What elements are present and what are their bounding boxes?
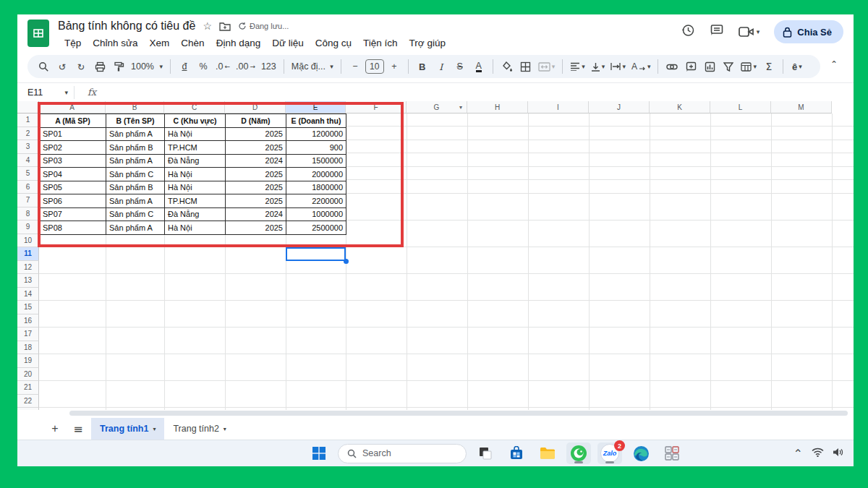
zoom-select[interactable]: 100% ▾: [129, 58, 165, 75]
column-header-H[interactable]: H: [467, 101, 528, 114]
borders-icon[interactable]: [517, 58, 535, 75]
row-header-12[interactable]: 12: [17, 261, 39, 275]
column-dropdown-icon[interactable]: ▾: [459, 104, 462, 111]
ime-unikey-button[interactable]: [660, 442, 684, 464]
row-header-1[interactable]: 1: [17, 114, 39, 127]
undo-icon[interactable]: ↺: [54, 58, 71, 75]
sheet-tab-menu-icon[interactable]: ▾: [153, 426, 156, 432]
decrease-font-size-button[interactable]: −: [346, 58, 364, 75]
row-header-11[interactable]: 11: [17, 247, 39, 261]
hidden-icons-chevron[interactable]: ⌃: [793, 447, 803, 461]
row-header-8[interactable]: 8: [17, 207, 39, 221]
share-button[interactable]: Chia Sẻ: [774, 20, 843, 43]
all-sheets-icon[interactable]: ≡: [68, 422, 88, 436]
bold-button[interactable]: B: [414, 58, 431, 75]
row-header-19[interactable]: 19: [17, 354, 39, 368]
row-header-9[interactable]: 9: [17, 221, 39, 234]
font-size-input[interactable]: 10: [365, 59, 384, 74]
menu-item-8[interactable]: Tiện ích: [358, 36, 403, 50]
coccoc-browser-button[interactable]: [566, 442, 591, 464]
menu-item-1[interactable]: Tệp: [59, 36, 86, 50]
text-color-button[interactable]: A: [470, 58, 488, 75]
increase-font-size-button[interactable]: +: [386, 58, 403, 75]
row-header-6[interactable]: 6: [17, 181, 39, 194]
menu-item-9[interactable]: Trợ giúp: [404, 36, 451, 50]
name-box[interactable]: E11▾: [17, 87, 74, 98]
microsoft-store-button[interactable]: [504, 442, 529, 464]
table-views-icon[interactable]: ▾: [739, 58, 759, 75]
vertical-align-icon[interactable]: ▾: [589, 58, 608, 75]
start-button[interactable]: [307, 442, 331, 464]
row-header-22[interactable]: 22: [17, 395, 39, 408]
add-sheet-icon[interactable]: +: [45, 422, 65, 435]
input-tools-button[interactable]: ê▾: [788, 58, 806, 75]
menu-item-2[interactable]: Chỉnh sửa: [88, 36, 142, 50]
row-header-3[interactable]: 3: [17, 140, 39, 154]
create-filter-icon[interactable]: [720, 58, 737, 75]
insert-link-icon[interactable]: [663, 58, 681, 75]
increase-decimals-button[interactable]: .00→: [234, 58, 258, 75]
row-header-15[interactable]: 15: [17, 301, 39, 314]
wifi-icon[interactable]: [812, 447, 824, 460]
insert-comment-icon[interactable]: [682, 58, 699, 75]
edge-browser-button[interactable]: [629, 442, 653, 464]
row-header-2[interactable]: 2: [17, 127, 39, 141]
select-all-corner[interactable]: [17, 101, 39, 114]
more-formats-button[interactable]: 123: [259, 58, 278, 75]
meet-button[interactable]: ▾: [739, 26, 760, 38]
row-header-23[interactable]: 23: [17, 408, 39, 410]
italic-button[interactable]: I: [433, 58, 450, 75]
sheet-tab-2[interactable]: Trang tính2▾: [164, 418, 234, 440]
menu-item-6[interactable]: Dữ liệu: [267, 36, 309, 50]
text-wrap-icon[interactable]: ▾: [608, 58, 628, 75]
column-header-J[interactable]: J: [589, 101, 650, 114]
menu-item-3[interactable]: Xem: [145, 36, 175, 50]
volume-icon[interactable]: [833, 447, 843, 460]
row-header-17[interactable]: 17: [17, 328, 39, 341]
row-header-18[interactable]: 18: [17, 341, 39, 355]
fill-color-icon[interactable]: [498, 58, 516, 75]
taskbar-search-input[interactable]: Search: [338, 444, 467, 463]
star-icon[interactable]: ☆: [203, 20, 212, 32]
horizontal-align-icon[interactable]: ▾: [568, 58, 587, 75]
horizontal-scrollbar[interactable]: [69, 411, 848, 416]
sheet-tab-1[interactable]: Trang tính1▾: [91, 418, 164, 440]
redo-icon[interactable]: ↻: [72, 58, 90, 75]
row-header-21[interactable]: 21: [17, 381, 39, 395]
format-percent-button[interactable]: %: [195, 58, 212, 75]
row-header-14[interactable]: 14: [17, 288, 39, 301]
doc-title[interactable]: Bảng tính không có tiêu đề: [58, 20, 195, 33]
menu-item-4[interactable]: Chèn: [176, 36, 209, 50]
search-menus-icon[interactable]: [35, 58, 52, 75]
sheet-tab-menu-icon[interactable]: ▾: [224, 426, 226, 432]
version-history-icon[interactable]: [681, 23, 695, 40]
file-explorer-button[interactable]: [535, 442, 560, 464]
menu-item-7[interactable]: Công cụ: [310, 36, 357, 50]
row-header-13[interactable]: 13: [17, 274, 39, 288]
row-header-20[interactable]: 20: [17, 368, 39, 382]
column-header-G[interactable]: G▾: [407, 101, 467, 114]
strikethrough-button[interactable]: S: [451, 58, 469, 75]
menu-item-5[interactable]: Định dạng: [211, 36, 266, 50]
format-currency-button[interactable]: đ: [176, 58, 193, 75]
row-header-5[interactable]: 5: [17, 167, 39, 181]
column-header-K[interactable]: K: [650, 101, 710, 114]
sheets-logo[interactable]: [26, 20, 51, 47]
move-folder-icon[interactable]: [219, 22, 231, 31]
comments-icon[interactable]: [710, 23, 724, 40]
zalo-button[interactable]: Zalo 2: [597, 442, 622, 464]
hide-toolbar-icon[interactable]: ⌃: [830, 59, 838, 69]
row-header-4[interactable]: 4: [17, 154, 39, 168]
column-header-M[interactable]: M: [771, 101, 832, 114]
fill-handle[interactable]: [344, 259, 349, 264]
text-rotation-icon[interactable]: A▾: [629, 58, 653, 75]
row-header-16[interactable]: 16: [17, 314, 39, 328]
insert-chart-icon[interactable]: [701, 58, 718, 75]
row-header-10[interactable]: 10: [17, 234, 39, 248]
print-icon[interactable]: [91, 58, 109, 75]
column-header-L[interactable]: L: [710, 101, 771, 114]
functions-button[interactable]: Σ: [760, 58, 778, 75]
spreadsheet-grid[interactable]: ABCDEFG▾HIJKLM 1234567891011121314151617…: [17, 101, 854, 410]
column-header-I[interactable]: I: [528, 101, 589, 114]
font-select[interactable]: Mặc đị...▾: [289, 58, 336, 75]
